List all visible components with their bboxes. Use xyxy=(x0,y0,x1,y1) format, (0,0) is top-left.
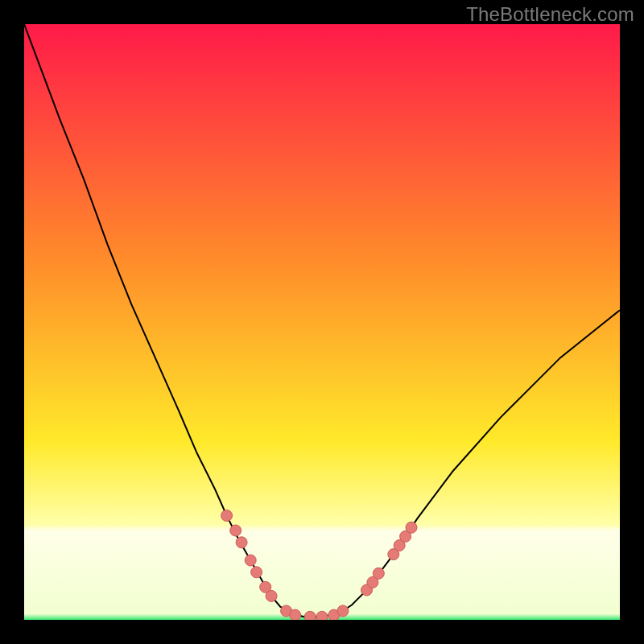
data-marker xyxy=(266,590,277,601)
data-marker xyxy=(245,555,256,566)
watermark-text: TheBottleneck.com xyxy=(466,3,634,26)
data-marker xyxy=(373,568,384,579)
data-marker xyxy=(221,510,233,522)
data-marker xyxy=(230,525,242,536)
chart-svg xyxy=(24,24,620,620)
data-marker xyxy=(290,609,301,620)
data-marker xyxy=(236,537,247,548)
data-marker xyxy=(316,611,328,620)
chart-frame: TheBottleneck.com xyxy=(0,0,644,644)
data-marker xyxy=(304,611,316,620)
data-marker xyxy=(337,605,349,617)
data-marker xyxy=(406,522,417,533)
plot-area xyxy=(24,24,620,620)
gradient-background xyxy=(24,24,620,620)
data-marker xyxy=(251,567,262,578)
